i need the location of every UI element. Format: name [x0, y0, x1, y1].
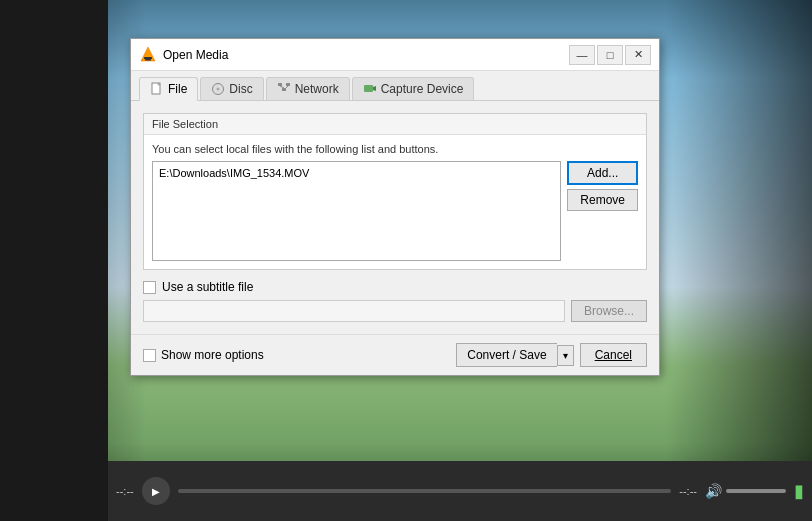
subtitle-input-row: Browse...: [143, 300, 647, 322]
svg-rect-12: [364, 85, 373, 92]
cancel-button[interactable]: Cancel: [580, 343, 647, 367]
tab-bar: File Disc Network Capture: [131, 71, 659, 101]
svg-line-11: [286, 86, 288, 88]
tab-network-label: Network: [295, 82, 339, 96]
convert-save-button[interactable]: Convert / Save: [456, 343, 556, 367]
convert-save-button-group: Convert / Save ▾: [456, 343, 573, 367]
tab-disc-label: Disc: [229, 82, 252, 96]
tab-file-label: File: [168, 82, 187, 96]
show-more-checkbox[interactable]: [143, 349, 156, 362]
open-media-dialog: Open Media — □ ✕ File Disc: [130, 38, 660, 376]
add-button[interactable]: Add...: [567, 161, 638, 185]
taskbar: --:-- ▶ --:-- 🔊 ▮: [108, 461, 812, 521]
convert-save-dropdown[interactable]: ▾: [557, 345, 574, 366]
file-list[interactable]: E:\Downloads\IMG_1534.MOV: [152, 161, 561, 261]
svg-rect-2: [145, 59, 151, 61]
dialog-title: Open Media: [163, 48, 569, 62]
group-content: You can select local files with the foll…: [144, 135, 646, 269]
dialog-content: File Selection You can select local file…: [131, 101, 659, 334]
volume-slider[interactable]: [726, 489, 786, 493]
subtitle-input[interactable]: [143, 300, 565, 322]
svg-point-6: [217, 88, 220, 91]
bottom-right-buttons: Convert / Save ▾ Cancel: [456, 343, 647, 367]
title-bar: Open Media — □ ✕: [131, 39, 659, 71]
close-button[interactable]: ✕: [625, 45, 651, 65]
disc-icon: [211, 82, 225, 96]
svg-marker-13: [373, 86, 376, 91]
svg-rect-7: [278, 83, 282, 86]
play-button[interactable]: ▶: [142, 477, 170, 505]
hint-text: You can select local files with the foll…: [152, 143, 638, 155]
volume-indicator: ▮: [794, 480, 804, 502]
time-elapsed: --:--: [116, 485, 134, 497]
subtitle-row: Use a subtitle file: [143, 280, 647, 294]
remove-button[interactable]: Remove: [567, 189, 638, 211]
window-controls: — □ ✕: [569, 45, 651, 65]
minimize-button[interactable]: —: [569, 45, 595, 65]
svg-line-10: [280, 86, 284, 88]
file-buttons: Add... Remove: [567, 161, 638, 211]
file-list-item: E:\Downloads\IMG_1534.MOV: [157, 166, 556, 180]
subtitle-label: Use a subtitle file: [162, 280, 253, 294]
svg-rect-9: [286, 83, 290, 86]
vlc-logo-icon: [139, 46, 157, 64]
time-remaining: --:--: [679, 485, 697, 497]
svg-rect-8: [282, 88, 286, 91]
volume-icon: 🔊: [705, 483, 722, 499]
network-icon: [277, 82, 291, 96]
show-more-row: Show more options: [143, 348, 264, 362]
tab-disc[interactable]: Disc: [200, 77, 263, 100]
tab-network[interactable]: Network: [266, 77, 350, 100]
subtitle-checkbox[interactable]: [143, 281, 156, 294]
bottom-bar: Show more options Convert / Save ▾ Cance…: [131, 334, 659, 375]
tab-file[interactable]: File: [139, 77, 198, 101]
file-icon: [150, 82, 164, 96]
maximize-button[interactable]: □: [597, 45, 623, 65]
subtitle-browse-button: Browse...: [571, 300, 647, 322]
group-label: File Selection: [144, 114, 646, 135]
file-area: E:\Downloads\IMG_1534.MOV Add... Remove: [152, 161, 638, 261]
svg-rect-1: [144, 57, 152, 59]
left-panel: [0, 0, 108, 521]
show-more-label: Show more options: [161, 348, 264, 362]
tab-capture[interactable]: Capture Device: [352, 77, 475, 100]
tab-capture-label: Capture Device: [381, 82, 464, 96]
file-selection-group: File Selection You can select local file…: [143, 113, 647, 270]
capture-icon: [363, 82, 377, 96]
progress-bar[interactable]: [178, 489, 672, 493]
